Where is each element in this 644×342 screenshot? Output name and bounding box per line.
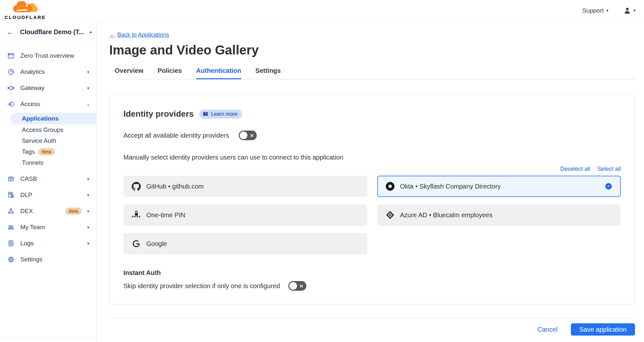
sidebar-back-icon[interactable]: ← — [6, 28, 14, 36]
google-icon — [132, 239, 141, 248]
provider-label: Okta • Skyflash Company Directory — [400, 183, 501, 190]
document-lock-icon — [7, 191, 15, 199]
instant-auth-label: Skip identity provider selection if only… — [123, 282, 280, 290]
back-arrow-icon: ← — [109, 32, 115, 38]
sidebar-item-zero-trust-overview[interactable]: Zero Trust overview — [0, 48, 96, 64]
logs-icon — [7, 239, 15, 247]
chevron-down-icon: ▾ — [87, 209, 89, 214]
sidebar-item-dex[interactable]: DEX Beta ▾ — [0, 203, 96, 219]
provider-label: Azure AD • Bluecalm employees — [400, 211, 493, 219]
pie-chart-icon — [7, 68, 15, 76]
toggle-knob — [240, 132, 247, 139]
okta-icon — [386, 182, 395, 191]
support-label: Support — [582, 7, 604, 14]
chevron-down-icon: ▾ — [87, 241, 89, 246]
main-content: ← Back to Applications Image and Video G… — [97, 21, 644, 342]
accept-all-label: Accept all available identity providers — [123, 132, 229, 139]
chevron-down-icon: ▾ — [87, 86, 89, 91]
beta-badge: Beta — [38, 148, 55, 155]
save-application-button[interactable]: Save application — [571, 323, 635, 336]
chevron-down-icon: ▾ — [87, 177, 89, 181]
cancel-button[interactable]: Cancel — [537, 326, 557, 333]
chevron-up-icon: ▴ — [87, 102, 89, 107]
cloudflare-cloud-icon — [10, 1, 40, 15]
selected-check-icon: ✓ — [605, 183, 612, 190]
sidebar-item-logs[interactable]: Logs ▾ — [0, 235, 96, 251]
sidebar-item-tunnels[interactable]: Tunnels — [0, 157, 96, 168]
footer-divider — [109, 318, 635, 318]
chevron-right-icon: ▸ — [90, 29, 92, 34]
beta-badge: Beta — [65, 208, 82, 215]
sidebar-item-analytics[interactable]: Analytics ▾ — [0, 64, 96, 80]
access-icon — [7, 100, 15, 108]
tab-authentication[interactable]: Authentication — [196, 67, 241, 79]
instant-auth-toggle[interactable]: ✕ — [288, 281, 306, 291]
instant-auth-heading: Instant Auth — [123, 269, 621, 277]
accept-all-toggle[interactable]: ✕ — [239, 131, 257, 140]
gateway-icon — [7, 84, 15, 92]
provider-label: Google — [146, 240, 167, 248]
sidebar: ← Cloudflare Demo (T... ▸ Zero Trust ove… — [0, 21, 97, 342]
provider-tile-azure-ad[interactable]: Azure AD • Bluecalm employees — [377, 204, 621, 226]
page-title: Image and Video Gallery — [109, 43, 635, 57]
chevron-down-icon: ▾ — [633, 8, 636, 13]
identity-providers-card: Identity providers Learn more Accept all… — [109, 95, 635, 304]
back-to-applications-link[interactable]: ← Back to Applications — [109, 32, 169, 38]
provider-tile-google[interactable]: Google — [123, 233, 367, 254]
github-icon — [132, 182, 141, 191]
sidebar-item-tags[interactable]: Tags Beta — [0, 146, 96, 157]
sidebar-item-casb[interactable]: CASB ▾ — [0, 171, 96, 187]
toggle-off-icon: ✕ — [299, 284, 303, 288]
sidebar-item-access-groups[interactable]: Access Groups — [0, 124, 96, 135]
sidebar-item-applications[interactable]: Applications — [10, 113, 96, 124]
sidebar-nav: Zero Trust overview Analytics ▾ Gateway … — [0, 43, 96, 268]
account-name[interactable]: Cloudflare Demo (T... — [20, 28, 84, 36]
book-icon — [203, 111, 208, 117]
tab-bar: Overview Policies Authentication Setting… — [115, 67, 635, 79]
provider-grid: GitHub • github.com Okta • Skyflash Comp… — [123, 176, 621, 254]
deselect-all-link[interactable]: Deselect all — [560, 166, 590, 172]
provider-tile-okta[interactable]: Okta • Skyflash Company Directory ✓ — [377, 176, 621, 197]
window-icon — [7, 52, 15, 60]
provider-tile-github[interactable]: GitHub • github.com — [123, 176, 367, 197]
one-time-pin-icon: **** — [132, 210, 141, 220]
gear-icon — [7, 256, 15, 263]
sidebar-item-settings[interactable]: Settings — [0, 251, 96, 268]
network-nodes-icon — [7, 207, 15, 215]
sidebar-item-my-team[interactable]: My Team ▾ — [0, 219, 96, 235]
azure-ad-icon — [386, 210, 395, 220]
select-all-link[interactable]: Select all — [597, 166, 621, 172]
card-heading: Identity providers — [123, 109, 194, 119]
brand-wordmark: CLOUDFLARE — [5, 15, 46, 20]
sidebar-item-service-auth[interactable]: Service Auth — [0, 135, 96, 146]
chevron-down-icon: ▾ — [87, 225, 89, 230]
user-menu[interactable]: ▾ — [623, 6, 636, 15]
people-icon — [7, 223, 15, 231]
tab-overview[interactable]: Overview — [115, 67, 143, 79]
learn-more-badge[interactable]: Learn more — [199, 110, 242, 119]
sidebar-item-dlp[interactable]: DLP ▾ — [0, 187, 96, 203]
access-submenu: Applications Access Groups Service Auth … — [0, 112, 96, 171]
account-switcher: ← Cloudflare Demo (T... ▸ — [0, 21, 96, 43]
support-menu[interactable]: Support ▾ — [582, 7, 608, 14]
tab-policies[interactable]: Policies — [158, 67, 182, 79]
sidebar-item-access[interactable]: Access ▴ — [0, 96, 96, 112]
provider-tile-one-time-pin[interactable]: **** One-time PIN — [123, 204, 367, 226]
sidebar-item-gateway[interactable]: Gateway ▾ — [0, 80, 96, 96]
footer-actions: Cancel Save application — [109, 321, 635, 338]
casb-icon — [7, 175, 15, 183]
provider-label: GitHub • github.com — [146, 183, 204, 190]
user-icon — [623, 6, 631, 15]
toggle-off-icon: ✕ — [250, 133, 254, 138]
chevron-down-icon: ▾ — [606, 8, 609, 13]
cloudflare-logo[interactable]: CLOUDFLARE — [5, 1, 46, 20]
provider-label: One-time PIN — [146, 211, 185, 219]
toggle-knob — [289, 282, 297, 290]
chevron-down-icon: ▾ — [87, 70, 89, 74]
tab-settings[interactable]: Settings — [255, 67, 281, 79]
topbar: CLOUDFLARE Support ▾ ▾ — [0, 0, 644, 21]
chevron-down-icon: ▾ — [87, 193, 89, 198]
manual-select-label: Manually select identity providers users… — [123, 154, 621, 161]
